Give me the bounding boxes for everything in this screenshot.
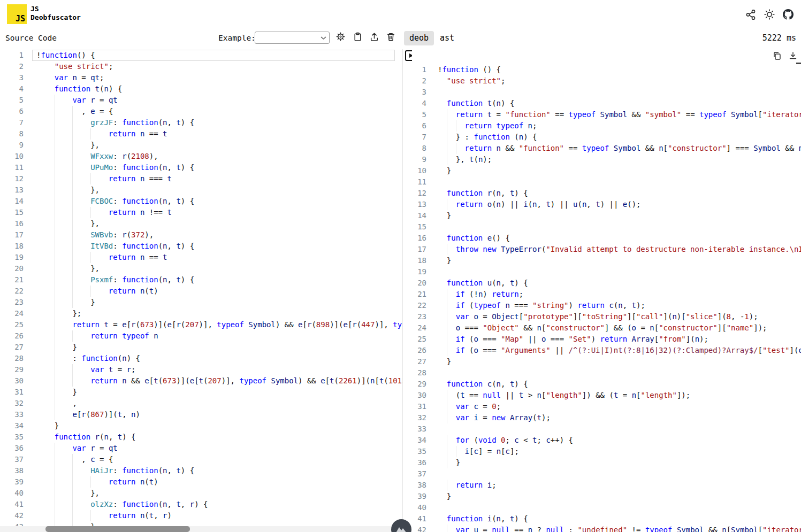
line-number: 35 — [0, 431, 24, 443]
code-line: 15 — [412, 221, 801, 233]
indent-guide — [90, 173, 91, 184]
code-text: UPuMo: function(n, t) { — [36, 163, 194, 172]
code-line: 19 return n == t — [0, 252, 402, 263]
code-text: } : function (n) { — [438, 133, 537, 141]
code-text: return n && "function" == typeof Symbol … — [438, 144, 801, 152]
indent-guide — [55, 241, 55, 252]
app-header: JS JS Deobfuscator — [0, 0, 801, 29]
indent-guide — [447, 199, 447, 210]
code-text: !function() { — [36, 51, 95, 59]
indent-guide — [72, 364, 73, 375]
line-number: 31 — [412, 401, 426, 412]
settings-icon[interactable] — [335, 32, 346, 42]
line-number: 19 — [412, 266, 426, 277]
output-actions — [772, 51, 798, 60]
github-icon[interactable] — [783, 9, 794, 20]
code-line: 19 — [412, 266, 801, 277]
code-text: return t = "function" == typeof Symbol &… — [438, 110, 801, 119]
code-text: if (typeof n === "string") return c(n, t… — [438, 301, 645, 310]
line-number: 9 — [0, 140, 24, 151]
indent-guide — [447, 154, 447, 165]
fab-button[interactable] — [391, 519, 411, 532]
clipboard-icon[interactable] — [353, 32, 363, 42]
app-title-line1: JS — [30, 5, 81, 13]
code-text: if (o === "Map" || o === "Set") return A… — [438, 335, 708, 343]
code-text: }, — [36, 186, 100, 194]
indent-guide — [447, 244, 447, 255]
code-text: return n && e[t(673)](e[t(207)], typeof … — [36, 376, 403, 385]
code-text: FCBOC: function(n, t) { — [36, 197, 194, 205]
indent-guide — [55, 454, 55, 465]
line-number: 2 — [412, 75, 426, 87]
code-line: 10 } — [412, 165, 801, 176]
copy-icon[interactable] — [772, 51, 782, 60]
code-line: 25 return t = e[r(673)](e[r(207)], typeo… — [0, 319, 402, 330]
source-code-lines: 1!function() {2 "use strict";3 var n = q… — [0, 50, 402, 532]
indent-guide — [72, 330, 73, 342]
upload-icon[interactable] — [369, 32, 379, 42]
line-number: 13 — [0, 184, 24, 196]
indent-guide — [55, 95, 55, 106]
code-line: 24 o === "Object" && n["constructor"] &&… — [412, 322, 801, 334]
code-text: "use strict"; — [36, 62, 113, 71]
indent-guide — [55, 319, 55, 330]
line-number: 28 — [412, 367, 426, 379]
code-text: ItVBd: function(n, t) { — [36, 242, 194, 250]
code-line: 32 , — [0, 398, 402, 409]
line-number: 20 — [412, 277, 426, 289]
code-line: 40 — [412, 502, 801, 513]
output-editor[interactable]: 1!function () {2 "use strict";34 functio… — [412, 49, 801, 532]
line-number: 36 — [0, 443, 24, 454]
indent-guide — [72, 510, 73, 521]
code-line: 35 i[c] = n[c]; — [412, 446, 801, 457]
tab-ast[interactable]: ast — [434, 31, 460, 45]
trash-icon[interactable] — [386, 32, 396, 42]
code-text: !function () { — [438, 65, 501, 74]
code-line: 2 "use strict"; — [412, 75, 801, 87]
tab-deob[interactable]: deob — [404, 31, 434, 45]
example-select[interactable] — [255, 32, 330, 44]
code-line: 8 return n == t — [0, 128, 402, 140]
line-number: 13 — [412, 199, 426, 210]
line-number: 1 — [412, 64, 426, 75]
scrollbar-thumb[interactable] — [45, 526, 190, 532]
indent-guide — [55, 342, 55, 353]
line-number: 34 — [0, 420, 24, 431]
horizontal-scrollbar[interactable] — [0, 526, 403, 532]
code-text: var t = r; — [36, 365, 136, 374]
line-number: 42 — [412, 525, 426, 532]
line-number: 41 — [0, 499, 24, 510]
line-number: 4 — [0, 83, 24, 95]
vertical-scrollbar[interactable] — [796, 63, 801, 64]
indent-guide — [447, 109, 447, 120]
indent-guide — [55, 196, 55, 207]
code-line: 23 var o = Object["prototype"]["toString… — [412, 311, 801, 322]
code-line: 38 return i; — [412, 480, 801, 491]
code-line: 3 var n = qt; — [0, 72, 402, 83]
line-number: 15 — [0, 207, 24, 218]
indent-guide — [447, 480, 447, 491]
line-number: 6 — [412, 120, 426, 132]
line-number: 40 — [412, 502, 426, 513]
share-icon[interactable] — [745, 9, 756, 20]
code-line: 4 function t(n) { — [412, 98, 801, 109]
code-line: 34 for (void 0; c < t; c++) { — [412, 435, 801, 446]
code-line: 11 — [412, 176, 801, 188]
source-editor[interactable]: 1!function() {2 "use strict";3 var n = q… — [0, 49, 403, 532]
indent-guide — [55, 375, 55, 387]
line-number: 32 — [412, 412, 426, 423]
indent-guide — [72, 488, 73, 499]
indent-guide — [456, 143, 456, 154]
code-line: 27 } — [412, 356, 801, 367]
code-text: e[r(867)](t, n) — [36, 410, 140, 419]
line-number: 22 — [0, 286, 24, 297]
theme-icon[interactable] — [764, 9, 775, 20]
indent-guide — [55, 387, 55, 398]
code-text: function r(n, t) { — [36, 433, 136, 441]
code-text: for (void 0; c < t; c++) { — [438, 436, 573, 444]
line-number: 26 — [412, 345, 426, 356]
code-line: 3 — [412, 87, 801, 98]
download-icon[interactable] — [788, 51, 798, 60]
code-line: 14 } — [412, 210, 801, 221]
code-line: 15 return n !== t — [0, 207, 402, 218]
